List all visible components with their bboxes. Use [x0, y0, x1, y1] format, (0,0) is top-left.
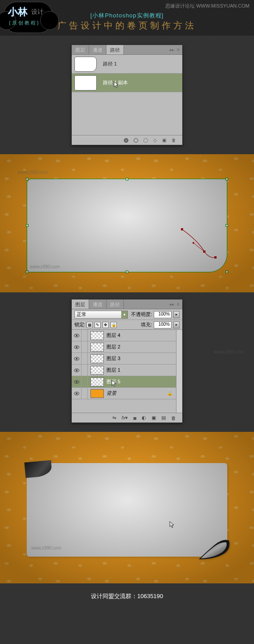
canvas-preview-2: www.z990.com [0, 432, 254, 583]
canvas-preview-1: www.z990.com www.z990.com [0, 154, 254, 292]
panel-tabs: 图层 通道 路径 ▸▸ ≡ [72, 45, 182, 55]
new-group-icon[interactable]: ▣ [152, 415, 156, 421]
path-thumbnail [74, 57, 97, 72]
layer-name: 图层 3 [107, 355, 120, 362]
fill-slider-icon[interactable]: ▸ [173, 321, 180, 328]
tab-channels[interactable]: 通道 [89, 299, 107, 309]
opacity-input[interactable]: 100% [154, 311, 172, 318]
layers-panel-footer: ⇋ fx▾ ◙ ◐ ▣ ▤ 🗑 [72, 413, 182, 422]
layer-blend-row: 正常 ▾ 不透明度: 100% ▸ [72, 309, 182, 320]
eye-icon [74, 345, 79, 349]
layer-thumbnail [90, 354, 104, 363]
tab-channels[interactable]: 通道 [89, 45, 107, 54]
panel-menu-icon[interactable]: ≡ [177, 302, 180, 307]
lock-all-icon[interactable]: 🔒 [111, 322, 117, 328]
opacity-label: 不透明度: [131, 311, 152, 318]
transform-handle[interactable] [26, 178, 29, 180]
transform-handle[interactable] [126, 178, 128, 180]
new-path-icon[interactable]: ▣ [162, 138, 166, 143]
visibility-toggle[interactable] [72, 388, 82, 399]
page-footer: 设计同盟交流群：10635190 [0, 583, 254, 609]
cursor-icon [114, 81, 119, 88]
logo-main: 小林 [8, 5, 28, 19]
lock-pixels-icon[interactable]: ✎ [94, 322, 101, 328]
paper-shape-result: www.z990.com [27, 463, 227, 557]
transform-handle[interactable] [26, 271, 29, 273]
path-to-selection-icon[interactable] [143, 138, 148, 143]
visibility-toggle[interactable] [72, 341, 82, 353]
scrollbar[interactable] [176, 330, 182, 413]
path-row-selected[interactable]: 路径 1 副本 [72, 74, 182, 92]
stroke-path-icon[interactable] [134, 138, 138, 143]
paths-panel-footer: ◇ ▣ 🗑 [72, 135, 182, 145]
transform-handle[interactable] [26, 224, 29, 227]
eye-icon [74, 369, 79, 372]
visibility-toggle[interactable] [72, 330, 82, 341]
blend-mode-value: 正常 [77, 311, 86, 318]
fill-input[interactable]: 100% [154, 321, 172, 328]
tab-layers[interactable]: 图层 [72, 45, 89, 54]
logo-tag: { 原 创 教 程 } [9, 20, 39, 26]
page-curl-top-left [25, 460, 53, 478]
panel-menu-icon[interactable]: ≡ [177, 47, 180, 52]
adjustment-layer-icon[interactable]: ◐ [142, 415, 146, 421]
transform-handle[interactable] [225, 271, 228, 273]
layers-list: 图层 4 图层 2 图层 3 图层 1 图层 5 [72, 330, 182, 413]
transform-handle[interactable] [225, 178, 228, 180]
layer-row[interactable]: 图层 4 [72, 330, 176, 341]
delete-path-icon[interactable]: 🗑 [172, 138, 176, 143]
watermark: www.z990.com [31, 546, 61, 550]
make-workpath-icon[interactable]: ◇ [153, 138, 157, 143]
watermark: www.z990.com [30, 264, 60, 269]
link-layers-icon[interactable]: ⇋ [112, 415, 116, 421]
layer-row[interactable]: 图层 1 [72, 365, 176, 376]
layer-row[interactable]: 图层 3 [72, 353, 176, 365]
svg-point-4 [193, 242, 194, 244]
visibility-toggle[interactable] [72, 353, 82, 364]
footer-text: 设计同盟交流群：10635190 [91, 593, 163, 599]
path-row[interactable]: 路径 1 [72, 55, 182, 74]
paper-shape-editing[interactable]: www.z990.com [27, 179, 227, 272]
eye-icon [74, 392, 79, 395]
visibility-toggle[interactable] [72, 365, 82, 376]
lock-label: 锁定: [74, 321, 86, 328]
tab-paths[interactable]: 路径 [107, 299, 124, 309]
layer-effects-icon[interactable]: fx▾ [122, 415, 128, 421]
layer-thumbnail [90, 389, 104, 398]
panel-right-arrows-icon[interactable]: ▸▸ [170, 302, 174, 307]
watermark: www.z990.com [214, 349, 244, 354]
tab-layers[interactable]: 图层 [72, 299, 89, 309]
bezier-path-icon[interactable] [180, 227, 220, 263]
layer-name: 图层 4 [107, 332, 120, 339]
cursor-icon [111, 380, 117, 387]
panel-right-arrows-icon[interactable]: ▸▸ [170, 47, 174, 52]
fill-path-icon[interactable] [124, 138, 128, 143]
layer-mask-icon[interactable]: ◙ [133, 415, 136, 421]
eye-icon [74, 357, 79, 361]
layer-lock-row: 锁定: ▦ ✎ ✥ 🔒 填充: 100% ▸ [72, 320, 182, 330]
transform-handle[interactable] [225, 224, 228, 227]
opacity-slider-icon[interactable]: ▸ [173, 311, 180, 318]
layer-row-background[interactable]: 背景 🔒 [72, 388, 176, 399]
svg-rect-0 [181, 228, 183, 230]
cursor-icon [169, 521, 175, 528]
lock-indicator-icon: 🔒 [167, 391, 172, 396]
delete-layer-icon[interactable]: 🗑 [171, 415, 176, 421]
layer-name: 图层 1 [107, 367, 120, 373]
layer-row[interactable]: 图层 2 [72, 341, 176, 353]
top-right-watermark: 思缘设计论坛 WWW.MISSYUAN.COM [165, 3, 250, 9]
layers-panel: 图层 通道 路径 ▸▸ ≡ 正常 ▾ 不透明度: 100% ▸ 锁定: ▦ ✎ … [71, 299, 183, 423]
eye-icon [74, 334, 79, 337]
visibility-toggle[interactable] [72, 376, 82, 387]
layer-row-selected[interactable]: 图层 5 [72, 376, 176, 388]
tab-paths[interactable]: 路径 [107, 45, 124, 54]
blend-mode-select[interactable]: 正常 ▾ [74, 311, 128, 319]
layer-thumbnail [90, 377, 104, 386]
transform-handle[interactable] [126, 271, 128, 273]
lock-transparency-icon[interactable]: ▦ [86, 322, 93, 328]
page-header: 小林 设计 { 原 创 教 程 } 思缘设计论坛 WWW.MISSYUAN.CO… [0, 0, 254, 36]
svg-rect-2 [214, 256, 217, 258]
new-layer-icon[interactable]: ▤ [161, 415, 166, 421]
lock-position-icon[interactable]: ✥ [102, 322, 109, 328]
path-label: 路径 1 [103, 61, 117, 67]
